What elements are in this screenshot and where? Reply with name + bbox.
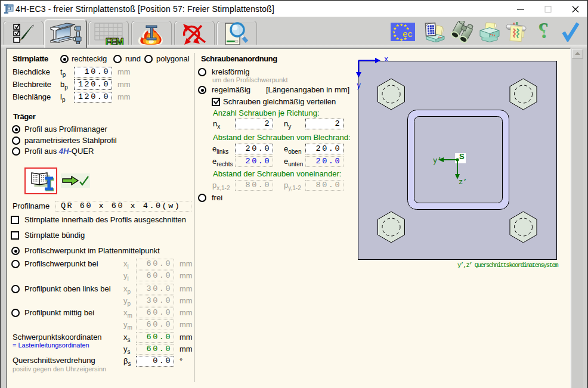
svg-text:y: y: [357, 82, 361, 90]
svg-text:x: x: [384, 55, 388, 64]
svg-text:ec: ec: [403, 30, 413, 39]
svg-text:?: ?: [538, 21, 549, 42]
svg-text:★: ★: [396, 36, 400, 41]
svg-text:y’: y’: [433, 157, 441, 165]
svg-text:★: ★: [400, 23, 403, 27]
svg-text:z’: z’: [459, 178, 467, 187]
svg-text:S: S: [459, 152, 465, 161]
